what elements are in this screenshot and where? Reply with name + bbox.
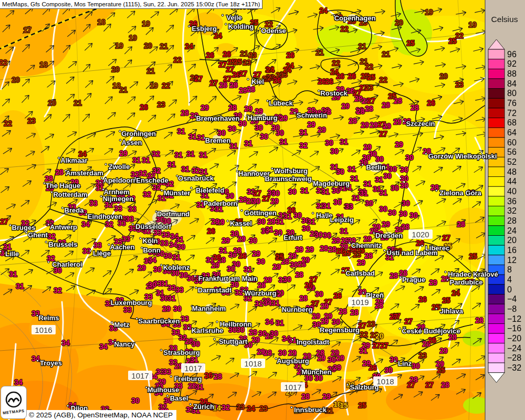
temp-value: 29 bbox=[318, 125, 326, 134]
temp-value: 34 bbox=[99, 342, 108, 351]
city-marker-icon bbox=[25, 232, 27, 234]
city-label: Esbjerg bbox=[192, 25, 217, 33]
legend-swatch bbox=[488, 353, 505, 363]
temp-value: 33 bbox=[175, 286, 184, 294]
legend-tick-label: 80 bbox=[507, 89, 517, 98]
city-label: Nürnberg bbox=[282, 306, 313, 313]
temp-value: 28 bbox=[339, 307, 347, 316]
city-marker-icon bbox=[160, 264, 162, 266]
temp-value: 24 bbox=[247, 404, 255, 413]
temp-value: 25 bbox=[442, 296, 450, 304]
city-marker-icon bbox=[132, 223, 134, 225]
temp-value: 33 bbox=[89, 199, 98, 207]
legend-swatch bbox=[488, 314, 505, 324]
city-marker-icon bbox=[9, 224, 12, 226]
temp-value: 31 bbox=[229, 142, 238, 150]
legend-tick-label: −8 bbox=[507, 304, 517, 313]
legend-title: Celsius bbox=[491, 15, 518, 24]
temp-value: 33 bbox=[163, 368, 171, 376]
temp-value: 26 bbox=[333, 291, 342, 300]
city-label: Münster bbox=[164, 189, 191, 197]
temp-value: 33 bbox=[160, 239, 169, 247]
temp-value: 34 bbox=[61, 339, 70, 347]
temp-value: 28 bbox=[219, 81, 227, 89]
temp-value: 22 bbox=[332, 59, 340, 67]
city-label: Hamburg bbox=[247, 114, 277, 122]
city-label: Zielona Góra bbox=[439, 189, 481, 197]
city-label: Mulhouse bbox=[148, 386, 180, 394]
temp-value: 30 bbox=[283, 275, 291, 284]
temp-value: 29 bbox=[257, 348, 265, 356]
temp-value: 20 bbox=[12, 76, 20, 84]
temp-value: 31 bbox=[172, 253, 181, 261]
city-marker-icon bbox=[425, 153, 427, 155]
temp-value: 34 bbox=[32, 354, 40, 363]
temp-value: 28 bbox=[350, 308, 359, 317]
legend-tick-label: −4 bbox=[507, 295, 517, 303]
temp-value: 31 bbox=[244, 265, 252, 274]
city-marker-icon bbox=[394, 360, 396, 362]
city-label: Basel bbox=[170, 394, 188, 402]
temp-value: 23 bbox=[367, 320, 375, 328]
temp-value: 21 bbox=[74, 99, 82, 107]
temp-value: 31 bbox=[167, 294, 176, 302]
city-marker-icon bbox=[271, 167, 273, 170]
temp-value: 28 bbox=[295, 270, 303, 279]
city-label: Ingolstadt bbox=[297, 338, 330, 346]
temp-value: 30 bbox=[365, 199, 373, 207]
city-label: Reims bbox=[38, 314, 59, 322]
city-marker-icon bbox=[50, 191, 52, 193]
temp-value: 28 bbox=[457, 220, 465, 228]
temp-value: 30 bbox=[336, 167, 344, 176]
city-label: Augsburg bbox=[277, 357, 309, 365]
map-title: MetMaps, Gfs Composite, Mos Temperature … bbox=[2, 1, 260, 7]
temp-value: 28 bbox=[247, 85, 255, 93]
city-label: Kassel bbox=[230, 219, 252, 227]
temp-value: 29 bbox=[439, 346, 448, 355]
temp-value: 23 bbox=[455, 80, 464, 89]
city-label: Stuttgart bbox=[219, 338, 248, 345]
attribution-text: © 2025 (AGB), OpenStreetMap, NOAA NCEP bbox=[29, 411, 173, 419]
temp-value: 29 bbox=[361, 121, 369, 129]
temp-value: 31 bbox=[181, 165, 190, 173]
city-label: Zwolle bbox=[109, 163, 130, 171]
title-bar: MetMaps, Gfs Composite, Mos Temperature … bbox=[0, 0, 262, 9]
temp-value: 31 bbox=[352, 194, 360, 202]
temp-value: 30 bbox=[276, 129, 284, 137]
temp-value: 31 bbox=[186, 150, 195, 158]
temp-value: 29 bbox=[279, 114, 288, 122]
temp-value: 29 bbox=[288, 349, 297, 357]
temp-value: 29 bbox=[119, 149, 128, 158]
temp-value: 30 bbox=[164, 251, 172, 260]
pressure-label: 1017 bbox=[131, 371, 149, 380]
temp-value: 31 bbox=[379, 188, 387, 197]
temp-value: 23 bbox=[157, 100, 165, 109]
temp-value: 30 bbox=[228, 124, 236, 133]
city-marker-icon bbox=[247, 78, 249, 80]
temp-value: 29 bbox=[341, 102, 350, 110]
legend-tick-label: 96 bbox=[507, 50, 517, 59]
city-label: Bielefeld bbox=[196, 186, 224, 194]
city-marker-icon bbox=[435, 308, 437, 310]
city-label: Chemnitz bbox=[351, 242, 382, 249]
city-marker-icon bbox=[0, 250, 2, 253]
city-label: Ústí nad Labem bbox=[387, 249, 438, 257]
temp-value: 28 bbox=[233, 246, 242, 255]
temp-value: 30 bbox=[330, 147, 339, 155]
city-label: Dresden bbox=[375, 232, 403, 239]
temp-value: 20 bbox=[375, 332, 384, 340]
legend-tick-label: 12 bbox=[507, 256, 517, 265]
city-label: Paderborn bbox=[203, 200, 237, 207]
city-label: Köln bbox=[143, 237, 158, 245]
legend-swatch bbox=[488, 196, 505, 206]
temp-value: 29 bbox=[201, 103, 209, 112]
city-label: Groningen bbox=[121, 130, 156, 138]
temp-value: 34 bbox=[14, 378, 23, 386]
temp-value: 31 bbox=[279, 138, 288, 146]
legend-swatch bbox=[488, 108, 505, 118]
city-label: Strasbourg bbox=[163, 349, 200, 356]
temp-value: 30 bbox=[192, 340, 200, 348]
temp-value: 32 bbox=[143, 190, 151, 198]
city-marker-icon bbox=[227, 220, 229, 222]
city-marker-icon bbox=[160, 349, 162, 351]
